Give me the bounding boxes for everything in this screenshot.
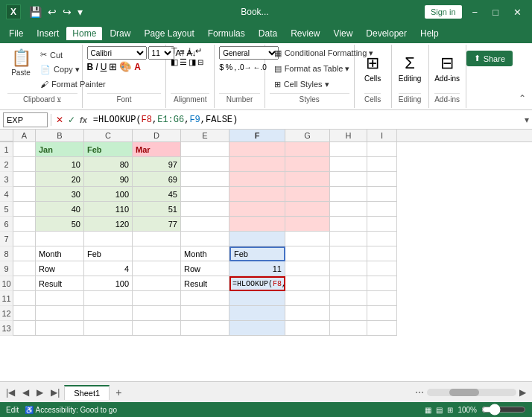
font-family-select[interactable]: Calibri <box>87 46 147 60</box>
cell-a10[interactable] <box>13 276 36 291</box>
cell-c10[interactable]: 100 <box>84 276 133 291</box>
redo-button[interactable]: ↪ <box>60 4 74 19</box>
cell-g9[interactable] <box>285 261 330 276</box>
cell-f8[interactable]: Feb <box>229 246 285 261</box>
col-header-b[interactable]: B <box>36 130 84 141</box>
cell-b9[interactable]: Row <box>36 261 84 276</box>
cell-g3[interactable] <box>285 172 330 187</box>
cell-h8[interactable] <box>330 246 367 261</box>
cell-a3[interactable] <box>13 172 36 187</box>
cell-b12[interactable] <box>36 306 84 321</box>
cell-c6[interactable]: 120 <box>84 217 133 232</box>
cell-e10[interactable]: Result <box>181 276 229 291</box>
expand-formula-button[interactable]: ▾ <box>525 115 529 125</box>
close-button[interactable]: ✕ <box>509 5 526 19</box>
sign-in-button[interactable]: Sign in <box>425 5 462 19</box>
cell-d11[interactable] <box>133 291 181 306</box>
italic-button[interactable]: I <box>95 62 98 72</box>
cell-g11[interactable] <box>285 291 330 306</box>
cell-a2[interactable] <box>13 157 36 172</box>
cell-a8[interactable] <box>13 246 36 261</box>
cell-d1[interactable]: Mar <box>133 142 181 157</box>
cell-e13[interactable] <box>181 321 229 336</box>
cell-g7[interactable] <box>285 232 330 246</box>
paste-button[interactable]: 📋 Paste <box>7 46 34 78</box>
cell-styles-button[interactable]: ⊞ Cell Styles ▾ <box>270 77 334 92</box>
menu-help[interactable]: Help <box>414 27 445 40</box>
cell-h10[interactable] <box>330 276 367 291</box>
clipboard-expand-icon[interactable]: ⊻ <box>57 96 62 104</box>
cell-a12[interactable] <box>13 306 36 321</box>
sheet-nav-next[interactable]: ▶ <box>34 386 46 399</box>
cell-e6[interactable] <box>181 217 229 232</box>
cell-e8[interactable]: Month <box>181 246 229 261</box>
confirm-formula-icon[interactable]: ✓ <box>66 115 77 125</box>
cell-b5[interactable]: 40 <box>36 202 84 217</box>
cell-b1[interactable]: Jan <box>36 142 84 157</box>
cell-b8[interactable]: Month <box>36 246 84 261</box>
cell-c12[interactable] <box>84 306 133 321</box>
cell-i13[interactable] <box>367 321 397 336</box>
cell-d9[interactable] <box>133 261 181 276</box>
cell-c9[interactable]: 4 <box>84 261 133 276</box>
insert-function-icon[interactable]: fx <box>78 115 89 124</box>
cell-c8[interactable]: Feb <box>84 246 133 261</box>
cell-f3[interactable] <box>229 172 285 187</box>
cell-i3[interactable] <box>367 172 397 187</box>
format-as-table-button[interactable]: ▤ Format as Table ▾ <box>270 62 355 76</box>
menu-developer[interactable]: Developer <box>360 27 413 40</box>
cell-g5[interactable] <box>285 202 330 217</box>
cell-d5[interactable]: 51 <box>133 202 181 217</box>
fill-color-button[interactable]: 🎨 <box>119 61 132 72</box>
cell-c13[interactable] <box>84 321 133 336</box>
cell-b7[interactable] <box>36 232 84 246</box>
cancel-formula-icon[interactable]: ✕ <box>54 115 65 125</box>
cell-a6[interactable] <box>13 217 36 232</box>
cell-d10[interactable] <box>133 276 181 291</box>
menu-review[interactable]: Review <box>285 27 326 40</box>
customize-button[interactable]: ▾ <box>75 4 85 19</box>
cell-a11[interactable] <box>13 291 36 306</box>
bold-button[interactable]: B <box>87 62 94 72</box>
cell-i7[interactable] <box>367 232 397 246</box>
cell-g12[interactable] <box>285 306 330 321</box>
cell-f5[interactable] <box>229 202 285 217</box>
col-header-i[interactable]: I <box>367 130 397 141</box>
minimize-button[interactable]: − <box>468 5 483 19</box>
view-pagebreak-icon[interactable]: ⊞ <box>447 406 453 414</box>
cell-i11[interactable] <box>367 291 397 306</box>
col-header-g[interactable]: G <box>285 130 330 141</box>
cell-h9[interactable] <box>330 261 367 276</box>
cell-i1[interactable] <box>367 142 397 157</box>
cell-h7[interactable] <box>330 232 367 246</box>
cell-d4[interactable]: 45 <box>133 187 181 202</box>
cell-c3[interactable]: 90 <box>84 172 133 187</box>
cell-e9[interactable]: Row <box>181 261 229 276</box>
comma-button[interactable]: , <box>234 63 236 71</box>
cell-i12[interactable] <box>367 306 397 321</box>
cell-a7[interactable] <box>13 232 36 246</box>
maximize-button[interactable]: □ <box>488 5 503 19</box>
cell-b3[interactable]: 20 <box>36 172 84 187</box>
menu-data[interactable]: Data <box>253 27 283 40</box>
cell-f13[interactable] <box>229 321 285 336</box>
collapse-ribbon-button[interactable]: ⌃ <box>516 92 529 105</box>
cell-i8[interactable] <box>367 246 397 261</box>
menu-home[interactable]: Home <box>66 27 102 40</box>
cell-h13[interactable] <box>330 321 367 336</box>
horizontal-scrollbar[interactable] <box>427 389 516 396</box>
view-normal-icon[interactable]: ▦ <box>425 406 431 414</box>
cell-a4[interactable] <box>13 187 36 202</box>
cell-h2[interactable] <box>330 157 367 172</box>
cell-c5[interactable]: 110 <box>84 202 133 217</box>
cell-b13[interactable] <box>36 321 84 336</box>
sheet-nav-first[interactable]: |◀ <box>3 386 18 399</box>
cell-h1[interactable] <box>330 142 367 157</box>
col-header-f[interactable]: F <box>229 130 285 141</box>
cell-b2[interactable]: 10 <box>36 157 84 172</box>
menu-insert[interactable]: Insert <box>31 27 65 40</box>
sheet-more-icon[interactable]: ⋯ <box>415 387 424 398</box>
share-button[interactable]: ⬆ Share <box>466 51 513 66</box>
underline-button[interactable]: U <box>101 62 107 72</box>
undo-button[interactable]: ↩ <box>45 4 59 19</box>
